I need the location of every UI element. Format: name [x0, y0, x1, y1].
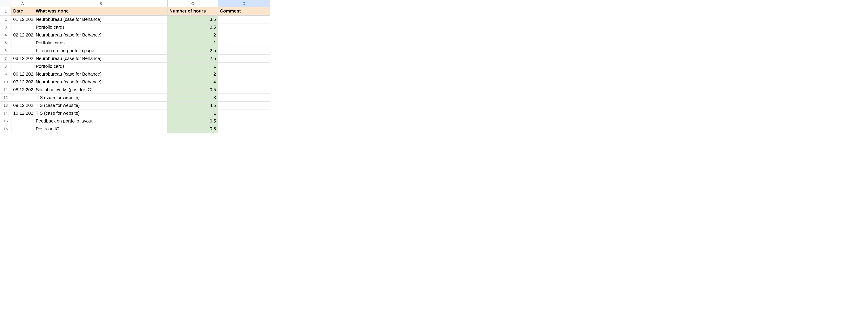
spreadsheet-grid[interactable]: A B C D 1 Date What was done Number of h…: [0, 0, 868, 133]
cell-hours[interactable]: 2: [167, 31, 218, 39]
cell-hours[interactable]: 1: [167, 39, 218, 47]
cell-date[interactable]: 02.12.2021: [11, 31, 34, 39]
cell-hours[interactable]: 1: [167, 62, 218, 70]
cell-hours[interactable]: 0,5: [167, 86, 218, 94]
cell-comment[interactable]: [218, 109, 270, 117]
cell-what[interactable]: Posts on IG: [34, 125, 167, 133]
cell-what[interactable]: Neurobureau (case for Behance): [34, 16, 167, 23]
row-header[interactable]: 1: [0, 7, 11, 16]
cell-what[interactable]: Feedback on portfolio layout: [34, 117, 167, 125]
cell-date[interactable]: [11, 47, 34, 55]
cell-date[interactable]: [11, 23, 34, 31]
cell-what[interactable]: Neurobureau (case for Behance): [34, 70, 167, 78]
cell-comment[interactable]: [218, 70, 270, 78]
cell-comment[interactable]: [218, 62, 270, 70]
cell-what[interactable]: TIS (case for website): [34, 109, 167, 117]
cell-comment[interactable]: [218, 78, 270, 86]
cell-hours[interactable]: 2,5: [167, 55, 218, 62]
cell-date[interactable]: 10.12.2021: [11, 109, 34, 117]
row-header[interactable]: 5: [0, 39, 11, 47]
row-header[interactable]: 8: [0, 62, 11, 70]
cell-what[interactable]: Portfolio cards: [34, 62, 167, 70]
cell-hours[interactable]: 0,5: [167, 125, 218, 133]
cell-what[interactable]: Portfolio cards: [34, 23, 167, 31]
select-all-corner[interactable]: [0, 0, 11, 7]
header-date[interactable]: Date: [11, 7, 34, 16]
cell-date[interactable]: [11, 125, 34, 133]
cell-what[interactable]: Neurobureau (case for Behance): [34, 78, 167, 86]
cell-comment[interactable]: [218, 94, 270, 101]
row-header[interactable]: 14: [0, 109, 11, 117]
cell-hours[interactable]: 3,5: [167, 16, 218, 23]
cell-what[interactable]: Filtering on the portfolio page: [34, 47, 167, 55]
cell-comment[interactable]: [218, 101, 270, 109]
cell-date[interactable]: 07.12.2021: [11, 78, 34, 86]
row-header[interactable]: 15: [0, 117, 11, 125]
cell-hours[interactable]: 4: [167, 78, 218, 86]
row-header[interactable]: 16: [0, 125, 11, 133]
row-header[interactable]: 3: [0, 23, 11, 31]
cell-hours[interactable]: 1: [167, 109, 218, 117]
cell-what[interactable]: TIS (case for website): [34, 101, 167, 109]
cell-date[interactable]: 06.12.2021: [11, 70, 34, 78]
cell-date[interactable]: [11, 62, 34, 70]
cell-date[interactable]: 08.12.2021: [11, 86, 34, 94]
cell-hours[interactable]: 2,5: [167, 47, 218, 55]
header-comment[interactable]: Comment: [218, 7, 270, 16]
cell-what[interactable]: TIS (case for website): [34, 94, 167, 101]
row-header[interactable]: 9: [0, 70, 11, 78]
cell-what[interactable]: Neurobureau (case for Behance): [34, 31, 167, 39]
cell-what[interactable]: Portfolio cards: [34, 39, 167, 47]
header-hours[interactable]: Number of hours: [167, 7, 218, 16]
cell-comment[interactable]: [218, 47, 270, 55]
cell-what[interactable]: Social networks (post for IG): [34, 86, 167, 94]
cell-comment[interactable]: [218, 86, 270, 94]
cell-hours[interactable]: 0,5: [167, 117, 218, 125]
cell-date[interactable]: 09.12.2021: [11, 101, 34, 109]
row-header[interactable]: 2: [0, 16, 11, 23]
row-header[interactable]: 11: [0, 86, 11, 94]
cell-comment[interactable]: [218, 125, 270, 133]
cell-comment[interactable]: [218, 31, 270, 39]
column-header-c[interactable]: C: [167, 0, 218, 7]
cell-comment[interactable]: [218, 55, 270, 62]
header-what[interactable]: What was done: [34, 7, 167, 16]
cell-comment[interactable]: [218, 16, 270, 23]
cell-comment[interactable]: [218, 23, 270, 31]
row-header[interactable]: 10: [0, 78, 11, 86]
cell-hours[interactable]: 3: [167, 94, 218, 101]
cell-what[interactable]: Neurobureau (case for Behance): [34, 55, 167, 62]
cell-date[interactable]: 03.12.2021: [11, 55, 34, 62]
row-header[interactable]: 4: [0, 31, 11, 39]
column-header-a[interactable]: A: [11, 0, 34, 7]
column-header-b[interactable]: B: [34, 0, 167, 7]
cell-date[interactable]: [11, 39, 34, 47]
column-header-d[interactable]: D: [218, 0, 270, 7]
cell-hours[interactable]: 4,5: [167, 101, 218, 109]
row-header[interactable]: 6: [0, 47, 11, 55]
cell-comment[interactable]: [218, 117, 270, 125]
row-header[interactable]: 7: [0, 55, 11, 62]
cell-date[interactable]: 01.12.2021: [11, 16, 34, 23]
row-header[interactable]: 13: [0, 101, 11, 109]
cell-date[interactable]: [11, 94, 34, 101]
cell-comment[interactable]: [218, 39, 270, 47]
cell-date[interactable]: [11, 117, 34, 125]
cell-hours[interactable]: 0,5: [167, 23, 218, 31]
cell-hours[interactable]: 2: [167, 70, 218, 78]
row-header[interactable]: 12: [0, 94, 11, 101]
